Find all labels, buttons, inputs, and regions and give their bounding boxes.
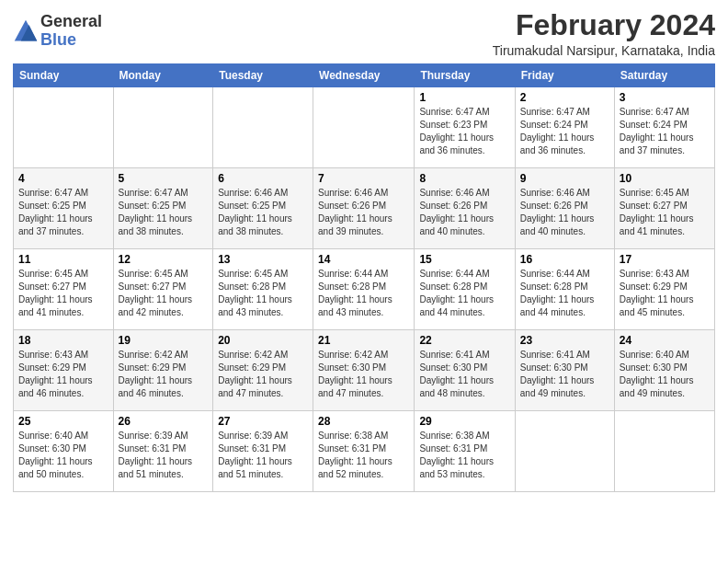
day-info: Sunrise: 6:44 AMSunset: 6:28 PMDaylight:… xyxy=(318,268,409,319)
day-cell: 1Sunrise: 6:47 AMSunset: 6:23 PMDaylight… xyxy=(415,87,515,168)
day-cell: 7Sunrise: 6:46 AMSunset: 6:26 PMDaylight… xyxy=(313,168,415,249)
day-info: Sunrise: 6:46 AMSunset: 6:26 PMDaylight:… xyxy=(520,187,609,238)
day-cell: 12Sunrise: 6:45 AMSunset: 6:27 PMDayligh… xyxy=(113,249,213,330)
day-cell: 13Sunrise: 6:45 AMSunset: 6:28 PMDayligh… xyxy=(213,249,313,330)
day-number: 3 xyxy=(620,91,710,104)
week-row-2: 4Sunrise: 6:47 AMSunset: 6:25 PMDaylight… xyxy=(14,168,715,249)
day-number: 9 xyxy=(520,172,609,185)
day-number: 12 xyxy=(119,253,209,266)
day-number: 23 xyxy=(520,334,609,347)
day-number: 26 xyxy=(119,415,209,428)
day-cell: 19Sunrise: 6:42 AMSunset: 6:29 PMDayligh… xyxy=(113,330,213,411)
col-header-sunday: Sunday xyxy=(14,64,114,87)
day-number: 28 xyxy=(318,415,409,428)
day-number: 8 xyxy=(419,172,509,185)
day-cell xyxy=(313,87,415,168)
day-number: 17 xyxy=(620,253,710,266)
day-number: 21 xyxy=(318,334,409,347)
day-info: Sunrise: 6:47 AMSunset: 6:25 PMDaylight:… xyxy=(18,187,108,238)
day-cell: 28Sunrise: 6:38 AMSunset: 6:31 PMDayligh… xyxy=(313,411,415,492)
day-number: 19 xyxy=(119,334,209,347)
logo-icon xyxy=(13,18,39,44)
day-number: 5 xyxy=(119,172,209,185)
week-row-5: 25Sunrise: 6:40 AMSunset: 6:30 PMDayligh… xyxy=(14,411,715,492)
day-info: Sunrise: 6:45 AMSunset: 6:28 PMDaylight:… xyxy=(218,268,308,319)
day-cell: 2Sunrise: 6:47 AMSunset: 6:24 PMDaylight… xyxy=(515,87,614,168)
day-number: 27 xyxy=(218,415,308,428)
header-row: SundayMondayTuesdayWednesdayThursdayFrid… xyxy=(14,64,715,87)
day-cell: 5Sunrise: 6:47 AMSunset: 6:25 PMDaylight… xyxy=(113,168,213,249)
day-number: 11 xyxy=(18,253,108,266)
logo-line1: General xyxy=(40,13,102,31)
day-info: Sunrise: 6:41 AMSunset: 6:30 PMDaylight:… xyxy=(419,349,509,400)
day-cell: 15Sunrise: 6:44 AMSunset: 6:28 PMDayligh… xyxy=(415,249,515,330)
day-info: Sunrise: 6:47 AMSunset: 6:24 PMDaylight:… xyxy=(620,106,710,157)
month-title: February 2024 xyxy=(493,9,715,41)
day-info: Sunrise: 6:45 AMSunset: 6:27 PMDaylight:… xyxy=(119,268,209,319)
logo: General Blue xyxy=(13,13,102,50)
day-cell: 25Sunrise: 6:40 AMSunset: 6:30 PMDayligh… xyxy=(14,411,114,492)
day-cell: 9Sunrise: 6:46 AMSunset: 6:26 PMDaylight… xyxy=(515,168,614,249)
day-cell xyxy=(515,411,614,492)
day-cell: 21Sunrise: 6:42 AMSunset: 6:30 PMDayligh… xyxy=(313,330,415,411)
day-info: Sunrise: 6:42 AMSunset: 6:29 PMDaylight:… xyxy=(218,349,308,400)
col-header-wednesday: Wednesday xyxy=(313,64,415,87)
day-number: 25 xyxy=(18,415,108,428)
day-number: 7 xyxy=(318,172,409,185)
day-cell: 3Sunrise: 6:47 AMSunset: 6:24 PMDaylight… xyxy=(614,87,714,168)
day-number: 16 xyxy=(520,253,609,266)
day-info: Sunrise: 6:46 AMSunset: 6:26 PMDaylight:… xyxy=(419,187,509,238)
page: General Blue February 2024 Tirumakudal N… xyxy=(0,0,728,501)
day-info: Sunrise: 6:47 AMSunset: 6:23 PMDaylight:… xyxy=(419,106,509,157)
week-row-4: 18Sunrise: 6:43 AMSunset: 6:29 PMDayligh… xyxy=(14,330,715,411)
day-info: Sunrise: 6:42 AMSunset: 6:30 PMDaylight:… xyxy=(318,349,409,400)
day-info: Sunrise: 6:43 AMSunset: 6:29 PMDaylight:… xyxy=(620,268,710,319)
day-cell: 17Sunrise: 6:43 AMSunset: 6:29 PMDayligh… xyxy=(614,249,714,330)
day-info: Sunrise: 6:42 AMSunset: 6:29 PMDaylight:… xyxy=(119,349,209,400)
day-number: 6 xyxy=(218,172,308,185)
day-info: Sunrise: 6:47 AMSunset: 6:24 PMDaylight:… xyxy=(520,106,609,157)
day-cell: 27Sunrise: 6:39 AMSunset: 6:31 PMDayligh… xyxy=(213,411,313,492)
day-cell xyxy=(14,87,114,168)
day-cell: 8Sunrise: 6:46 AMSunset: 6:26 PMDaylight… xyxy=(415,168,515,249)
day-info: Sunrise: 6:43 AMSunset: 6:29 PMDaylight:… xyxy=(18,349,108,400)
day-cell xyxy=(614,411,714,492)
day-cell: 16Sunrise: 6:44 AMSunset: 6:28 PMDayligh… xyxy=(515,249,614,330)
day-number: 22 xyxy=(419,334,509,347)
day-info: Sunrise: 6:39 AMSunset: 6:31 PMDaylight:… xyxy=(218,430,308,481)
day-cell: 14Sunrise: 6:44 AMSunset: 6:28 PMDayligh… xyxy=(313,249,415,330)
day-info: Sunrise: 6:38 AMSunset: 6:31 PMDaylight:… xyxy=(318,430,409,481)
day-number: 15 xyxy=(419,253,509,266)
day-number: 10 xyxy=(620,172,710,185)
day-info: Sunrise: 6:40 AMSunset: 6:30 PMDaylight:… xyxy=(18,430,108,481)
day-number: 13 xyxy=(218,253,308,266)
day-number: 4 xyxy=(18,172,108,185)
day-cell: 23Sunrise: 6:41 AMSunset: 6:30 PMDayligh… xyxy=(515,330,614,411)
day-info: Sunrise: 6:44 AMSunset: 6:28 PMDaylight:… xyxy=(520,268,609,319)
day-number: 1 xyxy=(419,91,509,104)
col-header-thursday: Thursday xyxy=(415,64,515,87)
day-cell xyxy=(213,87,313,168)
day-cell: 6Sunrise: 6:46 AMSunset: 6:25 PMDaylight… xyxy=(213,168,313,249)
day-number: 29 xyxy=(419,415,509,428)
col-header-friday: Friday xyxy=(515,64,614,87)
day-cell: 29Sunrise: 6:38 AMSunset: 6:31 PMDayligh… xyxy=(415,411,515,492)
day-cell: 10Sunrise: 6:45 AMSunset: 6:27 PMDayligh… xyxy=(614,168,714,249)
day-info: Sunrise: 6:45 AMSunset: 6:27 PMDaylight:… xyxy=(18,268,108,319)
day-info: Sunrise: 6:46 AMSunset: 6:26 PMDaylight:… xyxy=(318,187,409,238)
col-header-saturday: Saturday xyxy=(614,64,714,87)
day-cell: 20Sunrise: 6:42 AMSunset: 6:29 PMDayligh… xyxy=(213,330,313,411)
day-number: 2 xyxy=(520,91,609,104)
day-info: Sunrise: 6:44 AMSunset: 6:28 PMDaylight:… xyxy=(419,268,509,319)
week-row-1: 1Sunrise: 6:47 AMSunset: 6:23 PMDaylight… xyxy=(14,87,715,168)
day-cell: 24Sunrise: 6:40 AMSunset: 6:30 PMDayligh… xyxy=(614,330,714,411)
day-info: Sunrise: 6:38 AMSunset: 6:31 PMDaylight:… xyxy=(419,430,509,481)
calendar-table: SundayMondayTuesdayWednesdayThursdayFrid… xyxy=(13,63,715,492)
day-cell xyxy=(113,87,213,168)
header: General Blue February 2024 Tirumakudal N… xyxy=(13,9,715,58)
day-cell: 18Sunrise: 6:43 AMSunset: 6:29 PMDayligh… xyxy=(14,330,114,411)
day-info: Sunrise: 6:47 AMSunset: 6:25 PMDaylight:… xyxy=(119,187,209,238)
day-info: Sunrise: 6:41 AMSunset: 6:30 PMDaylight:… xyxy=(520,349,609,400)
day-number: 14 xyxy=(318,253,409,266)
day-cell: 22Sunrise: 6:41 AMSunset: 6:30 PMDayligh… xyxy=(415,330,515,411)
